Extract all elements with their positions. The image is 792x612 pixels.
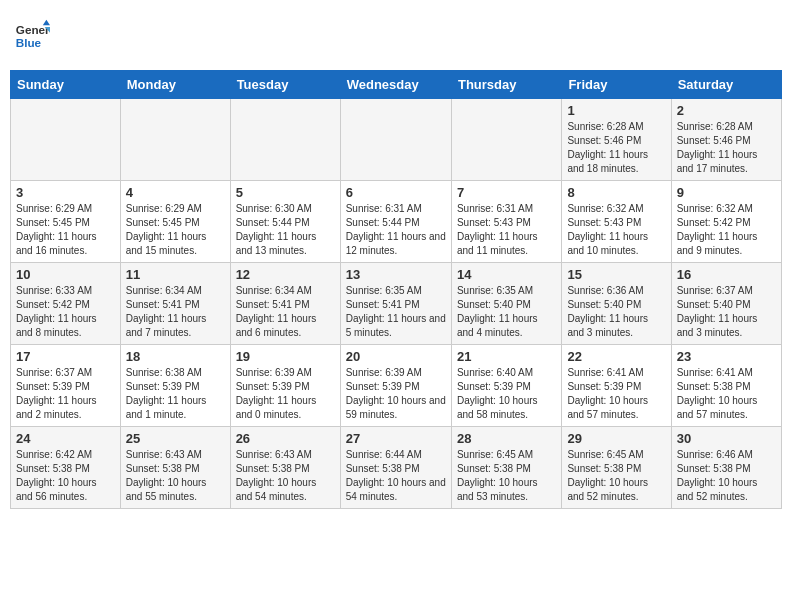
weekday-header-thursday: Thursday (451, 71, 561, 99)
calendar-cell: 20Sunrise: 6:39 AM Sunset: 5:39 PM Dayli… (340, 345, 451, 427)
cell-content: Sunrise: 6:29 AM Sunset: 5:45 PM Dayligh… (16, 202, 115, 258)
day-number: 27 (346, 431, 446, 446)
day-number: 1 (567, 103, 665, 118)
calendar-cell (451, 99, 561, 181)
calendar-cell (340, 99, 451, 181)
weekday-header-saturday: Saturday (671, 71, 781, 99)
calendar-cell: 29Sunrise: 6:45 AM Sunset: 5:38 PM Dayli… (562, 427, 671, 509)
calendar-cell: 7Sunrise: 6:31 AM Sunset: 5:43 PM Daylig… (451, 181, 561, 263)
calendar-cell: 11Sunrise: 6:34 AM Sunset: 5:41 PM Dayli… (120, 263, 230, 345)
day-number: 9 (677, 185, 776, 200)
day-number: 16 (677, 267, 776, 282)
cell-content: Sunrise: 6:31 AM Sunset: 5:43 PM Dayligh… (457, 202, 556, 258)
cell-content: Sunrise: 6:34 AM Sunset: 5:41 PM Dayligh… (236, 284, 335, 340)
cell-content: Sunrise: 6:41 AM Sunset: 5:39 PM Dayligh… (567, 366, 665, 422)
calendar-cell: 24Sunrise: 6:42 AM Sunset: 5:38 PM Dayli… (11, 427, 121, 509)
cell-content: Sunrise: 6:43 AM Sunset: 5:38 PM Dayligh… (236, 448, 335, 504)
day-number: 26 (236, 431, 335, 446)
calendar-cell (120, 99, 230, 181)
cell-content: Sunrise: 6:28 AM Sunset: 5:46 PM Dayligh… (567, 120, 665, 176)
calendar-cell: 10Sunrise: 6:33 AM Sunset: 5:42 PM Dayli… (11, 263, 121, 345)
week-row-5: 24Sunrise: 6:42 AM Sunset: 5:38 PM Dayli… (11, 427, 782, 509)
calendar-cell: 22Sunrise: 6:41 AM Sunset: 5:39 PM Dayli… (562, 345, 671, 427)
day-number: 23 (677, 349, 776, 364)
weekday-header-wednesday: Wednesday (340, 71, 451, 99)
calendar-cell: 25Sunrise: 6:43 AM Sunset: 5:38 PM Dayli… (120, 427, 230, 509)
day-number: 29 (567, 431, 665, 446)
day-number: 30 (677, 431, 776, 446)
logo: General Blue (14, 18, 50, 54)
day-number: 5 (236, 185, 335, 200)
day-number: 10 (16, 267, 115, 282)
cell-content: Sunrise: 6:34 AM Sunset: 5:41 PM Dayligh… (126, 284, 225, 340)
calendar-cell: 9Sunrise: 6:32 AM Sunset: 5:42 PM Daylig… (671, 181, 781, 263)
day-number: 25 (126, 431, 225, 446)
day-number: 7 (457, 185, 556, 200)
cell-content: Sunrise: 6:33 AM Sunset: 5:42 PM Dayligh… (16, 284, 115, 340)
calendar-cell: 5Sunrise: 6:30 AM Sunset: 5:44 PM Daylig… (230, 181, 340, 263)
day-number: 8 (567, 185, 665, 200)
cell-content: Sunrise: 6:40 AM Sunset: 5:39 PM Dayligh… (457, 366, 556, 422)
weekday-header-tuesday: Tuesday (230, 71, 340, 99)
calendar-cell: 23Sunrise: 6:41 AM Sunset: 5:38 PM Dayli… (671, 345, 781, 427)
day-number: 4 (126, 185, 225, 200)
cell-content: Sunrise: 6:28 AM Sunset: 5:46 PM Dayligh… (677, 120, 776, 176)
day-number: 21 (457, 349, 556, 364)
cell-content: Sunrise: 6:43 AM Sunset: 5:38 PM Dayligh… (126, 448, 225, 504)
cell-content: Sunrise: 6:39 AM Sunset: 5:39 PM Dayligh… (236, 366, 335, 422)
calendar-cell: 15Sunrise: 6:36 AM Sunset: 5:40 PM Dayli… (562, 263, 671, 345)
day-number: 15 (567, 267, 665, 282)
cell-content: Sunrise: 6:29 AM Sunset: 5:45 PM Dayligh… (126, 202, 225, 258)
page-header: General Blue (10, 10, 782, 62)
cell-content: Sunrise: 6:38 AM Sunset: 5:39 PM Dayligh… (126, 366, 225, 422)
cell-content: Sunrise: 6:31 AM Sunset: 5:44 PM Dayligh… (346, 202, 446, 258)
cell-content: Sunrise: 6:39 AM Sunset: 5:39 PM Dayligh… (346, 366, 446, 422)
calendar-table: SundayMondayTuesdayWednesdayThursdayFrid… (10, 70, 782, 509)
cell-content: Sunrise: 6:36 AM Sunset: 5:40 PM Dayligh… (567, 284, 665, 340)
cell-content: Sunrise: 6:41 AM Sunset: 5:38 PM Dayligh… (677, 366, 776, 422)
calendar-cell: 12Sunrise: 6:34 AM Sunset: 5:41 PM Dayli… (230, 263, 340, 345)
calendar-cell: 30Sunrise: 6:46 AM Sunset: 5:38 PM Dayli… (671, 427, 781, 509)
cell-content: Sunrise: 6:32 AM Sunset: 5:43 PM Dayligh… (567, 202, 665, 258)
cell-content: Sunrise: 6:35 AM Sunset: 5:40 PM Dayligh… (457, 284, 556, 340)
cell-content: Sunrise: 6:37 AM Sunset: 5:39 PM Dayligh… (16, 366, 115, 422)
calendar-cell: 27Sunrise: 6:44 AM Sunset: 5:38 PM Dayli… (340, 427, 451, 509)
calendar-cell: 6Sunrise: 6:31 AM Sunset: 5:44 PM Daylig… (340, 181, 451, 263)
weekday-header-friday: Friday (562, 71, 671, 99)
day-number: 3 (16, 185, 115, 200)
week-row-1: 1Sunrise: 6:28 AM Sunset: 5:46 PM Daylig… (11, 99, 782, 181)
day-number: 12 (236, 267, 335, 282)
cell-content: Sunrise: 6:45 AM Sunset: 5:38 PM Dayligh… (457, 448, 556, 504)
day-number: 28 (457, 431, 556, 446)
day-number: 22 (567, 349, 665, 364)
day-number: 6 (346, 185, 446, 200)
day-number: 20 (346, 349, 446, 364)
calendar-cell: 4Sunrise: 6:29 AM Sunset: 5:45 PM Daylig… (120, 181, 230, 263)
cell-content: Sunrise: 6:45 AM Sunset: 5:38 PM Dayligh… (567, 448, 665, 504)
weekday-header-sunday: Sunday (11, 71, 121, 99)
logo-icon: General Blue (14, 18, 50, 54)
calendar-cell: 21Sunrise: 6:40 AM Sunset: 5:39 PM Dayli… (451, 345, 561, 427)
cell-content: Sunrise: 6:35 AM Sunset: 5:41 PM Dayligh… (346, 284, 446, 340)
day-number: 19 (236, 349, 335, 364)
calendar-cell: 28Sunrise: 6:45 AM Sunset: 5:38 PM Dayli… (451, 427, 561, 509)
calendar-cell: 1Sunrise: 6:28 AM Sunset: 5:46 PM Daylig… (562, 99, 671, 181)
cell-content: Sunrise: 6:32 AM Sunset: 5:42 PM Dayligh… (677, 202, 776, 258)
cell-content: Sunrise: 6:37 AM Sunset: 5:40 PM Dayligh… (677, 284, 776, 340)
day-number: 14 (457, 267, 556, 282)
calendar-cell: 16Sunrise: 6:37 AM Sunset: 5:40 PM Dayli… (671, 263, 781, 345)
calendar-cell: 17Sunrise: 6:37 AM Sunset: 5:39 PM Dayli… (11, 345, 121, 427)
calendar-cell: 8Sunrise: 6:32 AM Sunset: 5:43 PM Daylig… (562, 181, 671, 263)
calendar-cell: 13Sunrise: 6:35 AM Sunset: 5:41 PM Dayli… (340, 263, 451, 345)
week-row-3: 10Sunrise: 6:33 AM Sunset: 5:42 PM Dayli… (11, 263, 782, 345)
calendar-cell (230, 99, 340, 181)
cell-content: Sunrise: 6:30 AM Sunset: 5:44 PM Dayligh… (236, 202, 335, 258)
calendar-cell: 2Sunrise: 6:28 AM Sunset: 5:46 PM Daylig… (671, 99, 781, 181)
day-number: 17 (16, 349, 115, 364)
day-number: 2 (677, 103, 776, 118)
calendar-cell (11, 99, 121, 181)
svg-text:Blue: Blue (16, 36, 42, 49)
day-number: 11 (126, 267, 225, 282)
cell-content: Sunrise: 6:44 AM Sunset: 5:38 PM Dayligh… (346, 448, 446, 504)
week-row-4: 17Sunrise: 6:37 AM Sunset: 5:39 PM Dayli… (11, 345, 782, 427)
